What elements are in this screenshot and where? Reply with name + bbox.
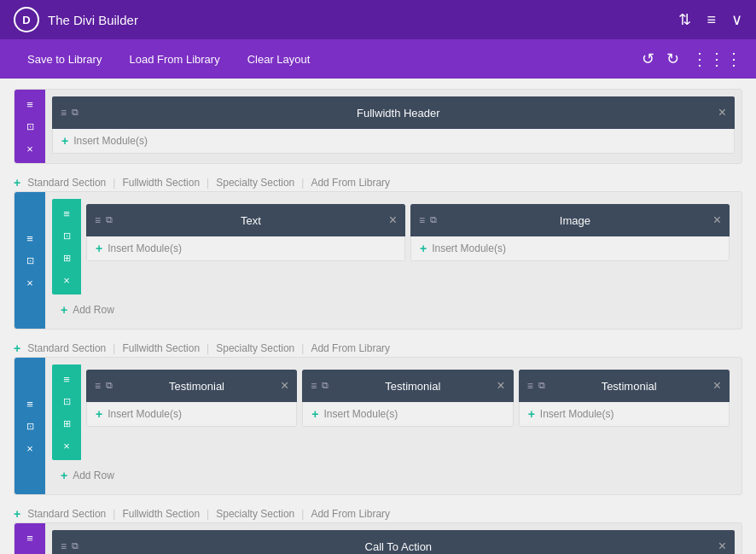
insert-module-bar[interactable]: + Insert Module(s) [86, 402, 297, 427]
text-module: ≡ ⧉ Text × + Insert Module(s) [86, 204, 405, 261]
copy-module-icon[interactable]: ⧉ [72, 107, 79, 119]
load-from-library-button[interactable]: Load From Library [115, 39, 233, 79]
settings-section-icon[interactable]: ⊡ [20, 117, 39, 136]
delete-row-icon[interactable]: × [57, 271, 76, 289]
standard-section-link[interactable]: Standard Section [27, 508, 106, 520]
delete-section-icon[interactable]: × [20, 139, 39, 158]
module-icons: ≡ ⧉ [311, 380, 329, 392]
fullwidth-section-link[interactable]: Fullwidth Section [122, 508, 200, 520]
section-container: ≡ ⊡ × ≡ ⊡ ⊞ × [14, 191, 742, 329]
settings-section-icon[interactable]: ⊡ [20, 251, 39, 270]
delete-section-icon[interactable]: × [20, 439, 39, 458]
module-close-icon[interactable]: × [389, 213, 397, 228]
redo-icon[interactable]: ↻ [666, 50, 679, 68]
drag-module-icon[interactable]: ≡ [419, 214, 425, 226]
row-inner: ≡ ⧉ Testimonial × + Insert Module(s) [81, 364, 735, 460]
specialty-section-link[interactable]: Specialty Section [216, 342, 294, 354]
section-inner: ≡ ⧉ Fullwidth Header × + Insert Module(s… [45, 90, 741, 163]
insert-module-label: Insert Module(s) [540, 408, 614, 420]
delete-row-icon[interactable]: × [57, 436, 76, 455]
insert-module-bar[interactable]: + Insert Module(s) [410, 236, 730, 261]
clear-layout-button[interactable]: Clear Layout [234, 39, 324, 79]
history-icon[interactable]: ⋮⋮⋮ [691, 49, 742, 69]
insert-module-label: Insert Module(s) [73, 135, 148, 147]
module-title: Testimonial [113, 380, 281, 393]
standard-section-2: ≡ ⊡ × ≡ ⊡ ⊞ × [14, 357, 742, 495]
drag-section-icon[interactable]: ≡ [20, 394, 39, 413]
add-section-icon[interactable]: + [14, 507, 20, 521]
menu-icon[interactable]: ≡ [707, 11, 716, 29]
copy-module-icon[interactable]: ⧉ [538, 380, 545, 392]
drag-row-icon[interactable]: ≡ [57, 204, 76, 223]
section-side-controls: ≡ ⊡ × [15, 523, 45, 554]
module-icons: ≡ ⧉ [95, 380, 113, 392]
copy-module-icon[interactable]: ⧉ [322, 380, 329, 392]
module-header: ≡ ⧉ Call To Action × [52, 530, 735, 554]
top-bar-right: ⇅ ≡ ∨ [678, 10, 742, 29]
insert-module-bar[interactable]: + Insert Module(s) [86, 236, 405, 261]
module-close-icon[interactable]: × [718, 105, 726, 120]
module-title: Testimonial [329, 380, 497, 393]
copy-module-icon[interactable]: ⧉ [430, 214, 437, 226]
standard-section-link[interactable]: Standard Section [27, 177, 106, 189]
module-header: ≡ ⧉ Testimonial × [302, 370, 513, 402]
module-close-icon[interactable]: × [718, 539, 726, 554]
settings-section-icon[interactable]: ⊡ [20, 551, 39, 554]
app-title: The Divi Builder [48, 13, 138, 27]
add-row-plus-icon: + [61, 469, 67, 482]
module-close-icon[interactable]: × [281, 378, 288, 394]
divi-logo: D [14, 7, 39, 32]
layout-row-icon[interactable]: ⊞ [57, 248, 76, 267]
module-icons: ≡ ⧉ [61, 107, 79, 119]
delete-section-icon[interactable]: × [20, 273, 39, 292]
drag-module-icon[interactable]: ≡ [95, 380, 101, 392]
section-side-controls: ≡ ⊡ × [15, 90, 45, 163]
standard-section-link[interactable]: Standard Section [27, 342, 106, 354]
copy-module-icon[interactable]: ⧉ [106, 214, 113, 226]
row-side-controls: ≡ ⊡ ⊞ × [52, 199, 81, 294]
insert-module-bar[interactable]: + Insert Module(s) [52, 129, 735, 154]
insert-module-bar[interactable]: + Insert Module(s) [302, 402, 513, 427]
drag-section-icon[interactable]: ≡ [20, 229, 39, 248]
specialty-section-link[interactable]: Specialty Section [216, 508, 294, 520]
drag-module-icon[interactable]: ≡ [527, 380, 533, 392]
module-icons: ≡ ⧉ [419, 214, 437, 226]
undo-icon[interactable]: ↺ [642, 50, 654, 68]
fullwidth-section-1: ≡ ⊡ × ≡ ⧉ Fullwidth Header × + Insert Mo… [14, 89, 742, 164]
settings-row-icon[interactable]: ⊡ [57, 226, 76, 245]
add-from-library-link[interactable]: Add From Library [311, 508, 390, 520]
drag-module-icon[interactable]: ≡ [61, 107, 67, 119]
add-row-button[interactable]: + Add Row [52, 464, 735, 487]
copy-module-icon[interactable]: ⧉ [106, 380, 113, 392]
specialty-section-link[interactable]: Specialty Section [216, 177, 294, 189]
layout-row-icon[interactable]: ⊞ [57, 414, 76, 433]
expand-icon[interactable]: ∨ [731, 10, 742, 29]
drag-section-icon[interactable]: ≡ [20, 95, 39, 114]
module-close-icon[interactable]: × [497, 378, 504, 394]
drag-module-icon[interactable]: ≡ [311, 380, 317, 392]
drag-section-icon[interactable]: ≡ [20, 528, 39, 547]
add-from-library-link[interactable]: Add From Library [311, 342, 390, 354]
module-title: Call To Action [79, 540, 718, 553]
fullwidth-section-link[interactable]: Fullwidth Section [122, 177, 200, 189]
drag-module-icon[interactable]: ≡ [61, 540, 67, 552]
add-section-icon[interactable]: + [14, 176, 20, 190]
save-to-library-button[interactable]: Save to Library [14, 39, 115, 79]
drag-row-icon[interactable]: ≡ [57, 370, 76, 388]
drag-module-icon[interactable]: ≡ [95, 214, 101, 226]
add-row-button[interactable]: + Add Row [52, 298, 735, 322]
insert-module-bar[interactable]: + Insert Module(s) [519, 402, 730, 427]
module-close-icon[interactable]: × [713, 378, 721, 394]
fullwidth-section-link[interactable]: Fullwidth Section [122, 342, 200, 354]
settings-section-icon[interactable]: ⊡ [20, 417, 39, 435]
module-header: ≡ ⧉ Image × [410, 204, 730, 236]
copy-module-icon[interactable]: ⧉ [72, 540, 79, 552]
add-section-icon[interactable]: + [14, 341, 20, 355]
add-from-library-link[interactable]: Add From Library [311, 177, 390, 189]
standard-section-1: ≡ ⊡ × ≡ ⊡ ⊞ × [14, 191, 742, 329]
sort-icon[interactable]: ⇅ [678, 10, 691, 29]
module-close-icon[interactable]: × [713, 213, 721, 228]
insert-plus-icon: + [311, 407, 318, 421]
settings-row-icon[interactable]: ⊡ [57, 392, 76, 411]
section-side-controls: ≡ ⊡ × [15, 192, 45, 329]
